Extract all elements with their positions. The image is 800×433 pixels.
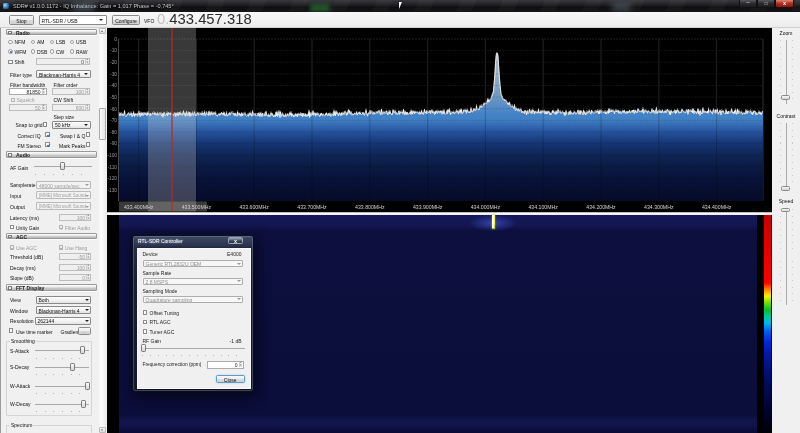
svg-text:-50: -50 [110, 95, 117, 100]
svg-text:-120: -120 [107, 176, 117, 181]
svg-text:-70: -70 [110, 118, 117, 123]
svg-text:-30: -30 [110, 72, 117, 77]
svg-text:434.000MHz: 434.000MHz [471, 204, 501, 210]
svg-text:433.700MHz: 433.700MHz [297, 204, 327, 210]
svg-text:434.100MHz: 434.100MHz [528, 204, 558, 210]
svg-text:434.400MHz: 434.400MHz [702, 204, 732, 210]
svg-text:-90: -90 [110, 141, 117, 146]
svg-text:-80: -80 [110, 130, 117, 135]
svg-text:433.600MHz: 433.600MHz [239, 204, 269, 210]
svg-text:434.300MHz: 434.300MHz [644, 204, 674, 210]
svg-text:-100: -100 [107, 153, 117, 158]
svg-text:-20: -20 [110, 60, 117, 65]
svg-text:-130: -130 [107, 188, 117, 193]
svg-text:-60: -60 [110, 107, 117, 112]
svg-text:-110: -110 [108, 165, 118, 170]
svg-text:0: 0 [114, 37, 117, 42]
svg-text:-10: -10 [110, 48, 117, 53]
svg-text:-40: -40 [110, 83, 117, 88]
svg-text:433.900MHz: 433.900MHz [413, 204, 443, 210]
svg-text:434.200MHz: 434.200MHz [586, 204, 616, 210]
svg-text:433.800MHz: 433.800MHz [355, 204, 385, 210]
